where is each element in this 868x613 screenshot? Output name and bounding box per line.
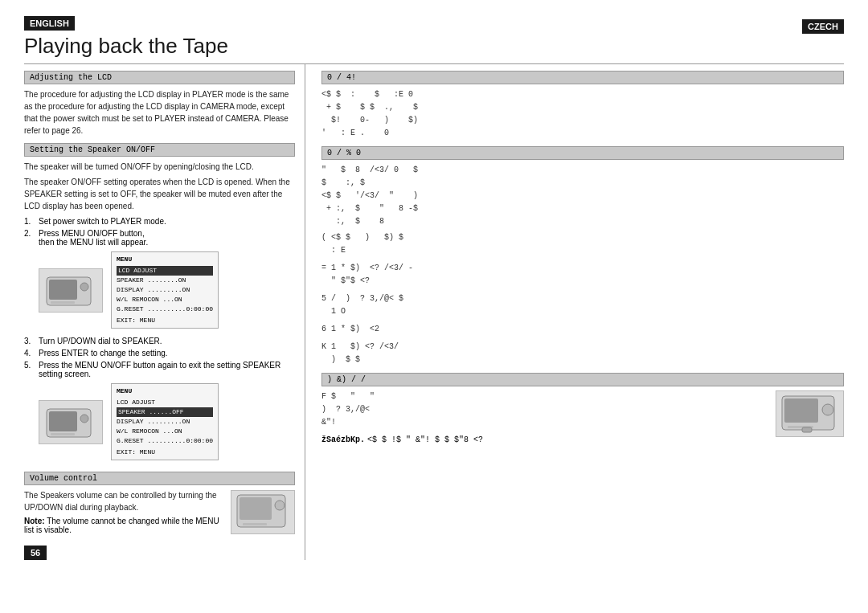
camera-image-block-2: MENU LCD ADJUST SPEAKER ......OFF DISPLA… — [39, 383, 295, 460]
svg-point-6 — [80, 415, 88, 423]
special-text: žSaézbKp. — [321, 435, 365, 444]
header-row: ENGLISH Playing back the Tape CZECH — [24, 16, 844, 59]
list-item: 4. Press ENTER to change the setting. — [24, 349, 295, 358]
czech-badge: CZECH — [802, 19, 844, 34]
svg-rect-5 — [49, 411, 77, 431]
svg-rect-13 — [784, 398, 818, 423]
right-section3-header: ) &) / / — [321, 373, 844, 386]
camera-image-block-1: MENU LCD ADJUST SPEAKER ........ON DISPL… — [39, 251, 295, 329]
svg-point-10 — [275, 501, 285, 510]
svg-rect-3 — [51, 301, 75, 304]
page-title: Playing back the Tape — [24, 34, 802, 59]
list-item: 2. Press MENU ON/OFF button,then the MEN… — [24, 229, 295, 333]
section1-header: Adjusting the LCD — [24, 71, 295, 84]
right-blocks: ( <$ $ ) $) $ : E = 1 * $) <? /<3/ - " $… — [321, 231, 844, 366]
english-badge: ENGLISH — [24, 16, 75, 31]
right-section3b: žSaézbKp. <$ $ !$ " &"! $ $ $"8 <? — [321, 434, 768, 444]
volume-camera-image — [231, 490, 295, 534]
svg-point-14 — [822, 404, 833, 415]
right-section2e-text: 6 1 * $) <2 — [321, 323, 844, 336]
left-column: Adjusting the LCD The procedure for adju… — [24, 64, 305, 560]
right-section1-header: 0 / 4! — [321, 71, 844, 84]
svg-rect-9 — [240, 497, 272, 520]
page-number-badge: 56 — [24, 537, 295, 560]
right-column: 0 / 4! <$ $ : $ :E 0 + $ $ $ ., $ $! 0- … — [305, 64, 844, 560]
section2-text1: The speaker will be turned ON/OFF by ope… — [24, 161, 295, 173]
right-section2-text: " $ 8 /<3/ 0 $ $ :, $ <$ $ '/<3/ " ) + :… — [321, 164, 844, 228]
section2-text2: The speaker ON/OFF setting operates when… — [24, 176, 295, 212]
menu-screen-1: MENU LCD ADJUST SPEAKER ........ON DISPL… — [111, 251, 219, 329]
menu-screen-2: MENU LCD ADJUST SPEAKER ......OFF DISPLA… — [111, 383, 219, 460]
volume-block: The Speakers volume can be controlled by… — [24, 489, 295, 534]
right-section3-content: F $ " " ) ? 3,/@< &"! žSaézbKp. <$ $ !$ … — [321, 390, 844, 444]
right-text-blocks: ( <$ $ ) $) $ : E = 1 * $) <? /<3/ - " $… — [321, 231, 844, 366]
note-line: Note: The volume cannot be changed while… — [24, 517, 223, 534]
right-section2f-text: K 1 $) <? /<3/ ) $ $ — [321, 341, 844, 366]
right-section2d-text: 5 / ) ? 3,/@< $ 1 O — [321, 292, 844, 318]
svg-rect-1 — [49, 280, 77, 300]
page-number: 56 — [24, 546, 47, 560]
section3-text: The Speakers volume can be controlled by… — [24, 489, 223, 513]
right-section2c-text: = 1 * $) <? /<3/ - " $"$ <? — [321, 262, 844, 288]
right-section3-text-block: F $ " " ) ? 3,/@< &"! žSaézbKp. <$ $ !$ … — [321, 390, 768, 444]
list-item: 1. Set power switch to PLAYER mode. — [24, 217, 295, 226]
svg-rect-11 — [243, 523, 267, 525]
section1-text: The procedure for adjusting the LCD disp… — [24, 88, 295, 137]
svg-point-2 — [80, 283, 88, 291]
section3b-text: <$ $ !$ " &"! $ $ $"8 <? — [367, 435, 483, 444]
camera-image-1 — [39, 268, 103, 313]
camera-image-2 — [39, 400, 103, 444]
steps-list: 1. Set power switch to PLAYER mode. 2. P… — [24, 217, 295, 465]
note-label: Note: — [24, 517, 45, 525]
right-section2b-text: ( <$ $ ) $) $ : E — [321, 231, 844, 257]
svg-rect-7 — [51, 433, 75, 435]
list-item: 5. Press the MENU ON/OFF button again to… — [24, 361, 295, 465]
right-camera-image — [776, 390, 844, 437]
right-section2-header: 0 / % 0 — [321, 146, 844, 160]
list-item: 3. Turn UP/DOWN dial to SPEAKER. — [24, 337, 295, 345]
note-text: The volume cannot be changed while the M… — [24, 517, 219, 534]
section2-header: Setting the Speaker ON/OFF — [24, 143, 295, 157]
main-layout: Adjusting the LCD The procedure for adju… — [24, 63, 844, 560]
svg-rect-16 — [802, 427, 812, 432]
right-section1-text: <$ $ : $ :E 0 + $ $ $ ., $ $! 0- ) $) ' … — [321, 88, 844, 140]
section3-header: Volume control — [24, 472, 295, 485]
page-container: ENGLISH Playing back the Tape CZECH Adju… — [0, 0, 868, 613]
right-section3-text: F $ " " ) ? 3,/@< &"! — [321, 390, 768, 429]
